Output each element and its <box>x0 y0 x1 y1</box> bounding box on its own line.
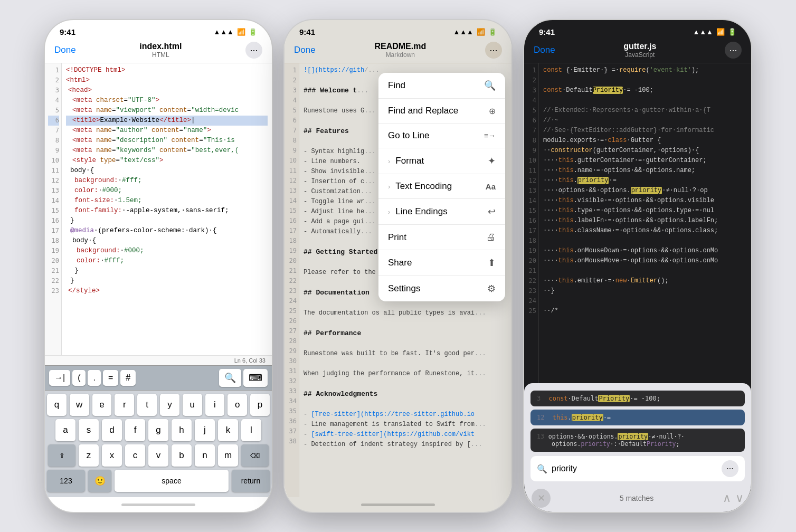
key-m[interactable]: m <box>218 444 238 467</box>
share-text: Share <box>388 258 412 268</box>
key-shift[interactable]: ⇧ <box>48 444 75 467</box>
key-c[interactable]: c <box>125 444 145 467</box>
key-b[interactable]: b <box>172 444 192 467</box>
goto-line-icon: ≡→ <box>484 131 496 140</box>
key-space[interactable]: space <box>115 470 229 492</box>
text-encoding-text: Text Encoding <box>395 181 452 192</box>
key-n[interactable]: n <box>195 444 215 467</box>
key-f[interactable]: f <box>125 419 145 441</box>
editor-area-1[interactable]: 123 45 6 789 101112 131415 161718 192021… <box>45 63 272 355</box>
format-label: › Format <box>388 156 424 166</box>
find-result-1[interactable]: 3 const·DefaultPriority·= -100; <box>530 391 745 406</box>
key-g[interactable]: g <box>148 419 168 441</box>
find-result-2[interactable]: 12 this.priority·= <box>530 410 745 425</box>
key-t[interactable]: t <box>137 394 157 416</box>
key-p[interactable]: p <box>250 394 270 416</box>
key-o[interactable]: o <box>228 394 247 416</box>
menu-item-goto-line[interactable]: Go to Line ≡→ <box>378 124 505 148</box>
text-encoding-chevron-icon: › <box>388 183 390 191</box>
done-button-3[interactable]: Done <box>534 45 555 55</box>
key-a[interactable]: a <box>55 419 75 441</box>
nav-title-1: index.html HTML <box>139 42 182 59</box>
dropdown-menu: Find 🔍 Find and Replace ⊕ Go to Line ≡→ … <box>378 73 505 301</box>
find-result-3[interactable]: 13options·&&·options.priority·≠·null·?· … <box>530 429 745 452</box>
file-title-3: gutter.js <box>623 42 656 51</box>
find-more-button[interactable]: ··· <box>722 460 738 477</box>
search-kb-key[interactable]: 🔍 <box>219 369 241 387</box>
key-q[interactable]: q <box>47 394 67 416</box>
menu-item-text-encoding[interactable]: › Text Encoding Aa <box>378 174 505 199</box>
menu-item-format[interactable]: › Format ✦ <box>378 148 505 174</box>
print-text: Print <box>388 232 406 243</box>
find-next-button[interactable]: ∨ <box>735 491 744 505</box>
line-endings-chevron-icon: › <box>388 208 390 216</box>
key-backspace[interactable]: ⌫ <box>241 444 269 467</box>
format-icon: ✦ <box>488 155 496 167</box>
key-l[interactable]: l <box>241 419 261 441</box>
key-s[interactable]: s <box>79 419 99 441</box>
settings-text: Settings <box>388 283 420 294</box>
key-y[interactable]: y <box>160 394 179 416</box>
time-1: 9:41 <box>60 27 75 36</box>
key-h[interactable]: h <box>172 419 192 441</box>
line-endings-label: › Line Endings <box>388 206 448 217</box>
share-icon: ⬆ <box>488 257 496 269</box>
settings-label: Settings <box>388 283 420 294</box>
find-prev-button[interactable]: ∧ <box>723 491 731 505</box>
menu-item-settings[interactable]: Settings ⚙ <box>378 276 505 301</box>
paren-key[interactable]: ( <box>72 370 86 386</box>
find-icon: 🔍 <box>484 80 496 91</box>
line-endings-icon: ↩ <box>488 206 496 217</box>
find-matches-count: 5 matches <box>620 494 654 502</box>
find-search-icon: 🔍 <box>537 464 547 474</box>
key-u[interactable]: u <box>183 394 202 416</box>
key-e[interactable]: e <box>92 394 112 416</box>
key-d[interactable]: d <box>102 419 122 441</box>
find-search-input[interactable] <box>552 464 717 473</box>
find-close-button[interactable]: ✕ <box>532 489 551 508</box>
file-title-1: index.html <box>139 42 182 51</box>
signal-icon-1: ▲▲▲ <box>213 28 234 36</box>
menu-item-share[interactable]: Share ⬆ <box>378 250 505 276</box>
find-replace-text: Find and Replace <box>388 106 458 116</box>
status-icons-3: ▲▲▲ 📶 🔋 <box>693 28 736 36</box>
keyboard-dismiss-key[interactable]: ⌨ <box>243 369 268 387</box>
key-r[interactable]: r <box>115 394 134 416</box>
file-subtitle-3: JavaScript <box>623 51 656 59</box>
menu-item-line-endings[interactable]: › Line Endings ↩ <box>378 199 505 225</box>
key-j[interactable]: j <box>195 419 215 441</box>
menu-item-find-replace[interactable]: Find and Replace ⊕ <box>378 99 505 124</box>
key-k[interactable]: k <box>218 419 238 441</box>
md-phone: 9:41 ▲▲▲ 📶 🔋 Done README.md Markdown ···… <box>285 20 511 512</box>
key-v[interactable]: v <box>148 444 168 467</box>
menu-item-find[interactable]: Find 🔍 <box>378 73 505 99</box>
keyboard-toolbar-1[interactable]: →| ( . = # 🔍 ⌨ <box>45 365 272 391</box>
key-return[interactable]: return <box>232 470 270 492</box>
key-x[interactable]: x <box>102 444 122 467</box>
more-button-1[interactable]: ··· <box>245 42 262 59</box>
more-button-3[interactable]: ··· <box>725 42 742 59</box>
key-w[interactable]: w <box>70 394 89 416</box>
hash-key[interactable]: # <box>120 370 136 386</box>
find-replace-label: Find and Replace <box>388 106 458 116</box>
equals-key[interactable]: = <box>103 370 118 386</box>
signal-icon-3: ▲▲▲ <box>693 28 713 36</box>
find-text: Find <box>388 80 405 91</box>
print-icon: 🖨 <box>486 232 496 243</box>
time-3: 9:41 <box>539 27 555 36</box>
key-z[interactable]: z <box>79 444 99 467</box>
menu-item-print[interactable]: Print 🖨 <box>378 225 505 250</box>
status-line-1: Ln 6, Col 33 <box>45 355 272 365</box>
find-label: Find <box>388 80 405 91</box>
battery-icon-3: 🔋 <box>728 28 736 36</box>
status-bar-3: 9:41 ▲▲▲ 📶 🔋 <box>524 20 751 39</box>
find-controls: ✕ 5 matches ∧ ∨ <box>530 486 745 512</box>
tab-key[interactable]: →| <box>49 370 70 386</box>
key-i[interactable]: i <box>205 394 225 416</box>
key-emoji[interactable]: 🙂 <box>88 470 111 492</box>
nav-bar-3: Done gutter.js JavaScript ··· <box>524 39 751 63</box>
dot-key[interactable]: . <box>88 370 100 386</box>
battery-icon-1: 🔋 <box>249 28 257 36</box>
done-button-1[interactable]: Done <box>54 45 76 55</box>
key-123[interactable]: 123 <box>47 470 85 492</box>
